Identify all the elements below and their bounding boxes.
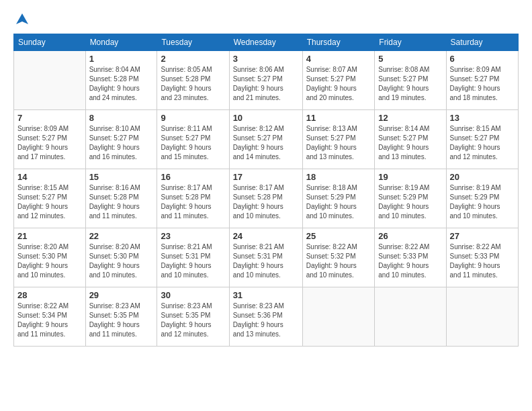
calendar-cell: 27Sunrise: 8:22 AM Sunset: 5:33 PM Dayli…	[446, 228, 518, 287]
calendar-cell: 25Sunrise: 8:22 AM Sunset: 5:32 PM Dayli…	[302, 228, 375, 287]
calendar-cell: 17Sunrise: 8:17 AM Sunset: 5:28 PM Dayli…	[229, 169, 302, 228]
day-info: Sunrise: 8:19 AM Sunset: 5:29 PM Dayligh…	[450, 183, 515, 221]
calendar-cell: 21Sunrise: 8:20 AM Sunset: 5:30 PM Dayli…	[14, 228, 86, 287]
calendar-cell	[375, 287, 446, 347]
calendar-cell: 19Sunrise: 8:19 AM Sunset: 5:29 PM Dayli…	[375, 169, 446, 228]
day-number: 3	[233, 54, 299, 64]
day-info: Sunrise: 8:20 AM Sunset: 5:30 PM Dayligh…	[17, 242, 82, 280]
day-info: Sunrise: 8:21 AM Sunset: 5:31 PM Dayligh…	[233, 242, 299, 280]
calendar-cell: 31Sunrise: 8:23 AM Sunset: 5:36 PM Dayli…	[229, 287, 302, 347]
weekday-monday: Monday	[85, 34, 157, 51]
day-info: Sunrise: 8:22 AM Sunset: 5:34 PM Dayligh…	[17, 302, 82, 339]
logo-icon	[15, 12, 30, 27]
weekday-friday: Friday	[375, 34, 446, 51]
day-info: Sunrise: 8:12 AM Sunset: 5:27 PM Dayligh…	[233, 124, 299, 162]
calendar-table: SundayMondayTuesdayWednesdayThursdayFrid…	[13, 34, 519, 347]
day-number: 14	[17, 172, 82, 182]
day-info: Sunrise: 8:05 AM Sunset: 5:28 PM Dayligh…	[161, 65, 225, 103]
day-number: 13	[450, 113, 515, 123]
day-info: Sunrise: 8:09 AM Sunset: 5:27 PM Dayligh…	[450, 65, 515, 103]
day-number: 29	[89, 290, 154, 300]
day-info: Sunrise: 8:04 AM Sunset: 5:28 PM Dayligh…	[89, 65, 154, 103]
calendar-cell: 15Sunrise: 8:16 AM Sunset: 5:28 PM Dayli…	[85, 169, 157, 228]
week-row-1: 7Sunrise: 8:09 AM Sunset: 5:27 PM Daylig…	[14, 110, 519, 169]
day-info: Sunrise: 8:09 AM Sunset: 5:27 PM Dayligh…	[17, 124, 82, 162]
calendar-cell: 12Sunrise: 8:14 AM Sunset: 5:27 PM Dayli…	[375, 110, 446, 169]
weekday-wednesday: Wednesday	[229, 34, 302, 51]
calendar-cell: 2Sunrise: 8:05 AM Sunset: 5:28 PM Daylig…	[157, 51, 229, 110]
calendar-cell: 30Sunrise: 8:23 AM Sunset: 5:35 PM Dayli…	[157, 287, 229, 347]
day-info: Sunrise: 8:22 AM Sunset: 5:33 PM Dayligh…	[450, 242, 515, 280]
page: SundayMondayTuesdayWednesdayThursdayFrid…	[0, 0, 532, 411]
day-info: Sunrise: 8:15 AM Sunset: 5:27 PM Dayligh…	[450, 124, 515, 162]
week-row-2: 14Sunrise: 8:15 AM Sunset: 5:27 PM Dayli…	[14, 169, 519, 228]
day-info: Sunrise: 8:23 AM Sunset: 5:36 PM Dayligh…	[233, 302, 299, 339]
day-number: 24	[233, 231, 299, 241]
calendar-cell: 7Sunrise: 8:09 AM Sunset: 5:27 PM Daylig…	[14, 110, 86, 169]
calendar-cell: 22Sunrise: 8:20 AM Sunset: 5:30 PM Dayli…	[85, 228, 157, 287]
day-info: Sunrise: 8:20 AM Sunset: 5:30 PM Dayligh…	[89, 242, 154, 280]
calendar-cell: 29Sunrise: 8:23 AM Sunset: 5:35 PM Dayli…	[85, 287, 157, 347]
weekday-sunday: Sunday	[14, 34, 86, 51]
day-info: Sunrise: 8:22 AM Sunset: 5:32 PM Dayligh…	[306, 242, 371, 280]
day-number: 30	[161, 290, 225, 300]
calendar-cell: 26Sunrise: 8:22 AM Sunset: 5:33 PM Dayli…	[375, 228, 446, 287]
day-number: 21	[17, 231, 82, 241]
day-info: Sunrise: 8:23 AM Sunset: 5:35 PM Dayligh…	[89, 302, 154, 339]
calendar-cell: 4Sunrise: 8:07 AM Sunset: 5:27 PM Daylig…	[302, 51, 375, 110]
calendar-cell: 1Sunrise: 8:04 AM Sunset: 5:28 PM Daylig…	[85, 51, 157, 110]
day-info: Sunrise: 8:21 AM Sunset: 5:31 PM Dayligh…	[161, 242, 225, 280]
calendar-cell: 9Sunrise: 8:11 AM Sunset: 5:27 PM Daylig…	[157, 110, 229, 169]
day-info: Sunrise: 8:18 AM Sunset: 5:29 PM Dayligh…	[306, 183, 371, 221]
day-number: 22	[89, 231, 154, 241]
day-number: 18	[306, 172, 371, 182]
calendar-cell: 8Sunrise: 8:10 AM Sunset: 5:27 PM Daylig…	[85, 110, 157, 169]
day-info: Sunrise: 8:10 AM Sunset: 5:27 PM Dayligh…	[89, 124, 154, 162]
calendar-cell: 16Sunrise: 8:17 AM Sunset: 5:28 PM Dayli…	[157, 169, 229, 228]
day-info: Sunrise: 8:23 AM Sunset: 5:35 PM Dayligh…	[161, 302, 225, 339]
calendar-cell: 18Sunrise: 8:18 AM Sunset: 5:29 PM Dayli…	[302, 169, 375, 228]
day-number: 7	[17, 113, 82, 123]
day-info: Sunrise: 8:07 AM Sunset: 5:27 PM Dayligh…	[306, 65, 371, 103]
calendar-cell	[446, 287, 518, 347]
day-info: Sunrise: 8:13 AM Sunset: 5:27 PM Dayligh…	[306, 124, 371, 162]
day-number: 17	[233, 172, 299, 182]
day-number: 10	[233, 113, 299, 123]
week-row-0: 1Sunrise: 8:04 AM Sunset: 5:28 PM Daylig…	[14, 51, 519, 110]
calendar-cell: 3Sunrise: 8:06 AM Sunset: 5:27 PM Daylig…	[229, 51, 302, 110]
calendar-cell: 20Sunrise: 8:19 AM Sunset: 5:29 PM Dayli…	[446, 169, 518, 228]
calendar-cell: 11Sunrise: 8:13 AM Sunset: 5:27 PM Dayli…	[302, 110, 375, 169]
calendar-cell: 13Sunrise: 8:15 AM Sunset: 5:27 PM Dayli…	[446, 110, 518, 169]
day-info: Sunrise: 8:11 AM Sunset: 5:27 PM Dayligh…	[161, 124, 225, 162]
day-number: 2	[161, 54, 225, 64]
calendar-cell	[14, 51, 86, 110]
day-info: Sunrise: 8:06 AM Sunset: 5:27 PM Dayligh…	[233, 65, 299, 103]
day-number: 12	[378, 113, 442, 123]
day-info: Sunrise: 8:17 AM Sunset: 5:28 PM Dayligh…	[161, 183, 225, 221]
week-row-4: 28Sunrise: 8:22 AM Sunset: 5:34 PM Dayli…	[14, 287, 519, 347]
calendar-cell: 23Sunrise: 8:21 AM Sunset: 5:31 PM Dayli…	[157, 228, 229, 287]
day-number: 23	[161, 231, 225, 241]
day-number: 31	[233, 290, 299, 300]
day-info: Sunrise: 8:08 AM Sunset: 5:27 PM Dayligh…	[378, 65, 442, 103]
day-number: 1	[89, 54, 154, 64]
calendar-cell: 14Sunrise: 8:15 AM Sunset: 5:27 PM Dayli…	[14, 169, 86, 228]
day-number: 26	[378, 231, 442, 241]
day-number: 4	[306, 54, 371, 64]
calendar-cell: 10Sunrise: 8:12 AM Sunset: 5:27 PM Dayli…	[229, 110, 302, 169]
calendar-cell: 6Sunrise: 8:09 AM Sunset: 5:27 PM Daylig…	[446, 51, 518, 110]
weekday-tuesday: Tuesday	[157, 34, 229, 51]
day-info: Sunrise: 8:17 AM Sunset: 5:28 PM Dayligh…	[233, 183, 299, 221]
calendar-cell	[302, 287, 375, 347]
day-info: Sunrise: 8:22 AM Sunset: 5:33 PM Dayligh…	[378, 242, 442, 280]
calendar-cell: 28Sunrise: 8:22 AM Sunset: 5:34 PM Dayli…	[14, 287, 86, 347]
day-number: 25	[306, 231, 371, 241]
day-number: 20	[450, 172, 515, 182]
header	[13, 12, 519, 27]
day-number: 16	[161, 172, 225, 182]
day-info: Sunrise: 8:19 AM Sunset: 5:29 PM Dayligh…	[378, 183, 442, 221]
logo	[13, 12, 30, 27]
day-number: 8	[89, 113, 154, 123]
day-number: 9	[161, 113, 225, 123]
day-number: 27	[450, 231, 515, 241]
